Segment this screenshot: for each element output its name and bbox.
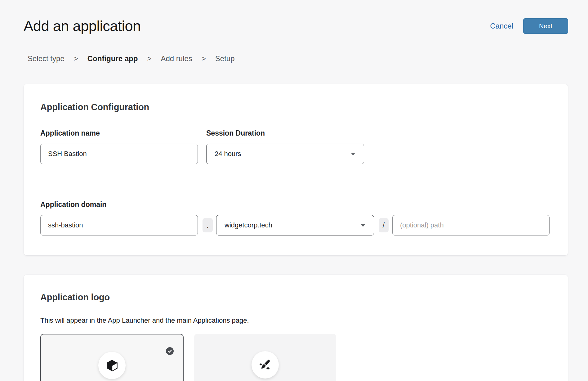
custom-logo-option[interactable] bbox=[194, 334, 336, 381]
check-icon bbox=[166, 347, 174, 355]
application-domain-label: Application domain bbox=[40, 200, 550, 209]
application-configuration-card: Application Configuration Application na… bbox=[24, 84, 568, 256]
slash-separator: / bbox=[379, 218, 389, 232]
cancel-button[interactable]: Cancel bbox=[490, 22, 513, 30]
breadcrumb: Select type > Configure app > Add rules … bbox=[0, 54, 588, 63]
breadcrumb-step-configure-app[interactable]: Configure app bbox=[87, 54, 138, 63]
paintbrush-icon bbox=[252, 351, 279, 379]
path-input[interactable] bbox=[392, 215, 550, 235]
breadcrumb-separator: > bbox=[147, 54, 151, 63]
breadcrumb-step-add-rules[interactable]: Add rules bbox=[161, 54, 192, 63]
logo-options bbox=[40, 334, 551, 381]
application-name-input[interactable] bbox=[40, 144, 198, 164]
application-name-label: Application name bbox=[40, 129, 198, 137]
session-duration-select[interactable]: 24 hours bbox=[206, 144, 364, 164]
cube-icon bbox=[98, 352, 126, 379]
dot-separator: . bbox=[203, 218, 213, 232]
session-duration-label: Session Duration bbox=[206, 129, 364, 137]
subdomain-input[interactable] bbox=[40, 215, 198, 235]
breadcrumb-step-select-type[interactable]: Select type bbox=[28, 54, 65, 63]
application-logo-card: Application logo This will appear in the… bbox=[24, 275, 568, 381]
domain-select[interactable]: widgetcorp.tech bbox=[216, 215, 374, 235]
application-logo-description: This will appear in the App Launcher and… bbox=[40, 316, 551, 325]
default-logo-option[interactable] bbox=[40, 334, 184, 381]
page-title: Add an application bbox=[24, 17, 490, 34]
domain-value: widgetcorp.tech bbox=[225, 221, 272, 229]
breadcrumb-step-setup[interactable]: Setup bbox=[215, 54, 235, 63]
next-button[interactable]: Next bbox=[523, 18, 568, 34]
application-logo-heading: Application logo bbox=[40, 292, 551, 303]
page-header: Add an application Cancel Next bbox=[0, 0, 588, 34]
application-configuration-heading: Application Configuration bbox=[40, 102, 550, 112]
breadcrumb-separator: > bbox=[202, 54, 206, 63]
chevron-down-icon bbox=[350, 152, 356, 156]
breadcrumb-separator: > bbox=[74, 54, 78, 63]
session-duration-value: 24 hours bbox=[215, 150, 241, 158]
chevron-down-icon bbox=[360, 224, 366, 227]
